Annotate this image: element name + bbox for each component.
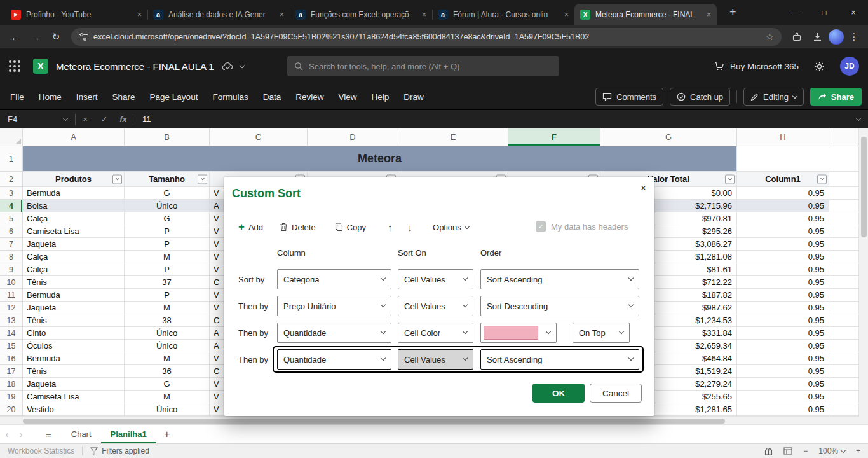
horizontal-scrollbar[interactable] — [0, 416, 868, 424]
editing-mode-button[interactable]: Editing — [743, 88, 804, 106]
zoom-out-icon[interactable]: − — [803, 447, 808, 455]
cell-produto[interactable]: Tênis — [23, 276, 125, 289]
cell-produto[interactable]: Bolsa — [23, 200, 125, 212]
gift-icon[interactable] — [764, 447, 773, 455]
ok-button[interactable]: OK — [532, 384, 585, 403]
cell-tamanho[interactable]: M — [125, 302, 210, 314]
extensions-icon[interactable] — [788, 32, 806, 41]
cell-tamanho[interactable]: P — [125, 289, 210, 302]
tab-close-icon[interactable]: × — [707, 10, 711, 19]
cell-column1[interactable]: 0.95 — [737, 365, 829, 378]
cell-tamanho[interactable]: G — [125, 212, 210, 225]
row-header-16[interactable]: 16 — [0, 352, 23, 365]
ribbon-tab-formulas[interactable]: Formulas — [212, 92, 248, 102]
column-header-F[interactable]: F — [508, 128, 600, 146]
order-position-dropdown[interactable]: On Top — [573, 323, 630, 343]
workbook-statistics-button[interactable]: Workbook Statistics — [0, 444, 82, 458]
row-header-19[interactable]: 19 — [0, 391, 23, 403]
sheet-tab-chart[interactable]: Chart — [62, 425, 101, 444]
row-header-14[interactable]: 14 — [0, 327, 23, 340]
settings-gear-icon[interactable] — [814, 61, 825, 72]
row-header-12[interactable]: 12 — [0, 302, 23, 314]
cancel-entry-icon[interactable]: × — [76, 114, 95, 124]
search-input[interactable] — [309, 62, 552, 71]
row-header-9[interactable]: 9 — [0, 263, 23, 276]
cell-column1[interactable]: 0.95 — [737, 289, 829, 302]
bookmark-star-icon[interactable]: ☆ — [766, 31, 774, 43]
row-header-13[interactable]: 13 — [0, 314, 23, 327]
column-header-H[interactable]: H — [737, 128, 829, 146]
order-dropdown[interactable]: Sort Ascending — [480, 269, 639, 289]
cell-tamanho[interactable]: 37 — [125, 276, 210, 289]
cell-tamanho[interactable]: 38 — [125, 314, 210, 327]
cell-H1[interactable] — [737, 146, 829, 172]
browser-tab-4[interactable]: aFórum | Alura - Cursos onlin× — [432, 4, 574, 25]
column-header-E[interactable]: E — [398, 128, 508, 146]
browser-profile-avatar[interactable] — [829, 29, 844, 45]
cell-column1[interactable]: 0.95 — [737, 352, 829, 365]
cell-tamanho[interactable]: G — [125, 378, 210, 391]
tab-close-icon[interactable]: × — [564, 10, 569, 19]
cell-column1[interactable]: 0.95 — [737, 302, 829, 314]
row-header-8[interactable]: 8 — [0, 251, 23, 263]
search-bar[interactable] — [287, 56, 559, 76]
browser-menu-icon[interactable]: ⋮ — [846, 31, 862, 43]
browser-tab-2[interactable]: aAnálise de dados e IA Gener× — [147, 4, 290, 25]
cell-column1[interactable]: 0.95 — [737, 378, 829, 391]
cell-column1[interactable]: 0.95 — [737, 187, 829, 200]
cell-produto[interactable]: Jaqueta — [23, 302, 125, 314]
insert-function-icon[interactable]: fx — [114, 114, 133, 124]
ribbon-tab-file[interactable]: File — [10, 92, 24, 102]
cell-tamanho[interactable]: 36 — [125, 365, 210, 378]
cell-tamanho[interactable]: P — [125, 238, 210, 251]
excel-logo[interactable]: X — [33, 59, 48, 74]
cell-produto[interactable]: Bermuda — [23, 289, 125, 302]
ribbon-tab-data[interactable]: Data — [263, 92, 281, 102]
zoom-in-icon[interactable]: + — [856, 447, 860, 455]
cell-tamanho[interactable]: Único — [125, 200, 210, 212]
add-sheet-button[interactable]: + — [164, 428, 170, 441]
cell-tamanho[interactable]: P — [125, 263, 210, 276]
row-header-17[interactable]: 17 — [0, 365, 23, 378]
select-all-corner[interactable] — [0, 128, 23, 146]
row-header-10[interactable]: 10 — [0, 276, 23, 289]
buy-microsoft-365-button[interactable]: Buy Microsoft 365 — [714, 62, 799, 71]
header-cell-B[interactable]: Tamanho — [125, 172, 210, 187]
ribbon-tab-page-layout[interactable]: Page Layout — [150, 92, 198, 102]
horizontal-scrollbar-thumb[interactable] — [23, 419, 725, 424]
row-header-5[interactable]: 5 — [0, 212, 23, 225]
confirm-entry-icon[interactable]: ✓ — [95, 114, 114, 124]
cell-tamanho[interactable]: Único — [125, 403, 210, 416]
column-header-A[interactable]: A — [23, 128, 125, 146]
cell-produto[interactable]: Cinto — [23, 327, 125, 340]
row-header-20[interactable]: 20 — [0, 403, 23, 416]
cell-produto[interactable]: Tênis — [23, 365, 125, 378]
column-header-B[interactable]: B — [125, 128, 210, 146]
share-button[interactable]: Share — [810, 88, 862, 106]
cell-produto[interactable]: Calça — [23, 251, 125, 263]
filters-applied-button[interactable]: Filters applied — [83, 444, 157, 458]
tab-close-icon[interactable]: × — [137, 10, 142, 19]
forward-button[interactable]: → — [27, 32, 44, 43]
color-dropdown[interactable] — [480, 323, 557, 343]
new-tab-button[interactable]: + — [729, 6, 736, 18]
ribbon-tab-share[interactable]: Share — [112, 92, 135, 102]
column-header-C[interactable]: C — [210, 128, 308, 146]
row-header-6[interactable]: 6 — [0, 225, 23, 238]
app-launcher-icon[interactable] — [9, 60, 20, 72]
back-button[interactable]: ← — [6, 32, 24, 43]
cell-column1[interactable]: 0.95 — [737, 212, 829, 225]
row-header-11[interactable]: 11 — [0, 289, 23, 302]
cell-produto[interactable]: Bermuda — [23, 352, 125, 365]
tab-close-icon[interactable]: × — [422, 10, 426, 19]
row-header-1[interactable]: 1 — [0, 146, 23, 172]
order-dropdown[interactable]: Sort Ascending — [480, 349, 639, 370]
row-header-4[interactable]: 4 — [0, 200, 23, 212]
cell-column1[interactable]: 0.95 — [737, 314, 829, 327]
cell-column1[interactable]: 0.95 — [737, 391, 829, 403]
maximize-button[interactable]: □ — [810, 8, 839, 17]
all-sheets-menu-icon[interactable]: ≡ — [46, 429, 51, 440]
sheet-nav-right-icon[interactable]: › — [14, 429, 28, 440]
cell-column1[interactable]: 0.95 — [737, 276, 829, 289]
ribbon-tab-draw[interactable]: Draw — [403, 92, 424, 102]
